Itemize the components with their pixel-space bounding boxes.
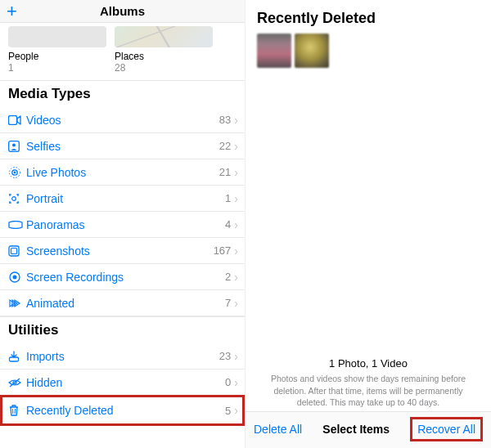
- row-label: Screenshots: [26, 244, 214, 258]
- album-tile-label: Places: [115, 51, 213, 62]
- row-label: Selfies: [26, 140, 219, 153]
- screenrec-icon: [8, 271, 26, 284]
- trash-icon: [8, 404, 26, 417]
- deleted-item-thumb[interactable]: [295, 34, 329, 68]
- row-hidden[interactable]: Hidden 0 ›: [0, 370, 245, 396]
- row-count: 7: [225, 297, 231, 309]
- delete-all-button[interactable]: Delete All: [254, 423, 302, 436]
- hidden-icon: [8, 378, 26, 388]
- animated-icon: [8, 298, 26, 309]
- albums-pane: + Albums People 1 Places 28 Media Types …: [0, 0, 246, 448]
- row-label: Recently Deleted: [26, 404, 225, 417]
- row-label: Animated: [26, 297, 225, 310]
- row-label: Panoramas: [26, 218, 225, 231]
- portrait-icon: [8, 193, 26, 204]
- screenshot-icon: [8, 245, 26, 257]
- album-tile-count: 1: [8, 62, 106, 74]
- album-tile-people[interactable]: People 1: [8, 26, 106, 74]
- row-label: Hidden: [26, 376, 225, 389]
- video-icon: [8, 115, 26, 125]
- row-count: 167: [214, 244, 232, 257]
- chevron-right-icon: ›: [234, 244, 238, 258]
- chevron-right-icon: ›: [234, 350, 238, 363]
- row-count: 5: [225, 405, 231, 417]
- summary-note: Photos and videos show the days remainin…: [260, 373, 476, 408]
- row-count: 21: [219, 166, 231, 178]
- deleted-item-thumb[interactable]: [257, 34, 291, 68]
- people-thumb: [8, 26, 106, 47]
- row-animated[interactable]: Animated 7 ›: [0, 290, 245, 316]
- row-recently-deleted[interactable]: Recently Deleted 5 ›: [0, 395, 245, 426]
- panorama-icon: [8, 221, 26, 229]
- svg-rect-11: [10, 357, 19, 361]
- album-tiles-row: People 1 Places 28: [0, 23, 245, 80]
- add-album-button[interactable]: +: [7, 2, 17, 20]
- select-items-button[interactable]: Select Items: [322, 423, 390, 436]
- row-panoramas[interactable]: Panoramas 4 ›: [0, 212, 245, 238]
- recently-deleted-title: Recently Deleted: [246, 0, 491, 34]
- livephoto-icon: [8, 166, 26, 179]
- svg-point-10: [13, 275, 17, 279]
- chevron-right-icon: ›: [234, 376, 238, 389]
- chevron-right-icon: ›: [234, 271, 238, 284]
- row-label: Imports: [26, 350, 219, 363]
- summary-count: 1 Photo, 1 Video: [260, 357, 476, 370]
- recently-deleted-pane: Recently Deleted 1 Photo, 1 Video Photos…: [246, 0, 491, 448]
- import-icon: [8, 351, 26, 362]
- spacer: [246, 68, 491, 357]
- svg-rect-7: [9, 246, 19, 256]
- section-header-utilities: Utilities: [0, 316, 245, 343]
- deleted-items-grid: [246, 34, 491, 68]
- chevron-right-icon: ›: [234, 218, 238, 231]
- section-header-media-types: Media Types: [0, 80, 245, 107]
- svg-rect-8: [11, 248, 17, 253]
- svg-point-2: [12, 143, 16, 146]
- album-tile-places[interactable]: Places 28: [115, 26, 213, 74]
- chevron-right-icon: ›: [234, 192, 238, 205]
- row-label: Screen Recordings: [26, 271, 225, 284]
- album-tile-label: People: [8, 51, 106, 62]
- svg-point-4: [14, 171, 16, 173]
- row-screen-recordings[interactable]: Screen Recordings 2 ›: [0, 264, 245, 290]
- row-count: 23: [219, 350, 231, 362]
- row-live-photos[interactable]: Live Photos 21 ›: [0, 159, 245, 186]
- row-selfies[interactable]: Selfies 22 ›: [0, 133, 245, 159]
- svg-point-6: [12, 196, 16, 200]
- row-imports[interactable]: Imports 23 ›: [0, 343, 245, 370]
- chevron-right-icon: ›: [234, 297, 238, 310]
- recover-all-button[interactable]: Recover All: [410, 417, 483, 441]
- row-count: 22: [219, 140, 231, 152]
- row-count: 4: [225, 218, 231, 231]
- row-label: Videos: [26, 114, 219, 127]
- chevron-right-icon: ›: [234, 114, 238, 127]
- deleted-summary: 1 Photo, 1 Video Photos and videos show …: [246, 357, 491, 411]
- row-label: Live Photos: [26, 166, 219, 179]
- row-screenshots[interactable]: Screenshots 167 ›: [0, 238, 245, 264]
- row-count: 1: [225, 192, 231, 204]
- chevron-right-icon: ›: [234, 140, 238, 153]
- row-count: 2: [225, 271, 231, 283]
- places-thumb: [115, 26, 213, 47]
- row-videos[interactable]: Videos 83 ›: [0, 107, 245, 133]
- albums-top-bar: + Albums: [0, 0, 245, 23]
- row-count: 0: [225, 376, 231, 388]
- svg-rect-0: [9, 115, 17, 124]
- recently-deleted-toolbar: Delete All Select Items Recover All: [246, 411, 491, 448]
- albums-title: Albums: [100, 4, 145, 18]
- selfie-icon: [8, 141, 26, 152]
- chevron-right-icon: ›: [234, 166, 238, 179]
- row-portrait[interactable]: Portrait 1 ›: [0, 186, 245, 212]
- row-count: 83: [219, 114, 231, 126]
- row-label: Portrait: [26, 192, 225, 205]
- album-tile-count: 28: [115, 62, 213, 74]
- chevron-right-icon: ›: [234, 404, 238, 417]
